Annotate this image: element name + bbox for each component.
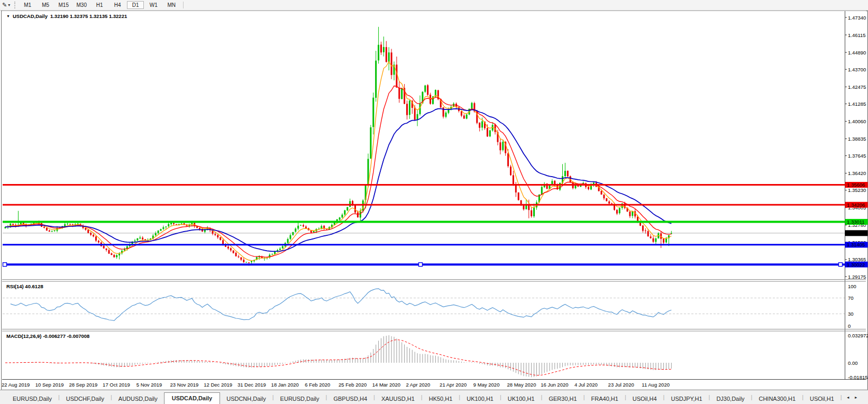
candle-body [303, 225, 304, 226]
collapse-triangle-icon[interactable]: ▼ [6, 14, 10, 18]
macd-indicator-label: MACD(12,26,9) -0.006277 -0.007008 [6, 333, 89, 339]
candle-body [160, 229, 162, 231]
rsi-tick-label: 70 [848, 295, 854, 301]
symbol-name: USDCAD,Daily [13, 13, 48, 19]
tab-usoil-h4[interactable]: USOil,H4 [626, 393, 663, 404]
date-label: 10 Sep 2019 [35, 382, 64, 388]
candle-body [165, 226, 167, 227]
candle-body [222, 240, 224, 244]
rsi-indicator-label: RSI(14) 40.6128 [6, 283, 43, 289]
candle-body [51, 231, 53, 232]
candle-body [406, 104, 408, 115]
line-handle[interactable] [3, 263, 7, 267]
line-handle[interactable] [419, 263, 423, 267]
line-handle[interactable] [839, 263, 843, 267]
tab-dj30-daily[interactable]: DJ30,Daily [710, 393, 751, 404]
scroll-left-icon[interactable]: ◄ [846, 396, 850, 399]
candle-body [93, 235, 94, 236]
candle-body [608, 201, 610, 204]
candle-body [663, 238, 664, 243]
scroll-right-icon[interactable]: ► [854, 396, 858, 399]
date-label: 5 Nov 2019 [136, 382, 162, 388]
candle-body [424, 86, 426, 92]
candle-body [479, 123, 480, 128]
candle-body [108, 250, 110, 254]
candle-body [199, 228, 200, 229]
tab-hk50-h1[interactable]: HK50,H1 [423, 393, 459, 404]
tab-usdcad-daily[interactable]: USDCAD,Daily [164, 392, 220, 404]
tab-fra40-h1[interactable]: FRA40,H1 [585, 393, 625, 404]
candle-body [139, 237, 141, 238]
candle-body [346, 207, 348, 210]
tab-eurusd-daily[interactable]: EURUSD,Daily [274, 393, 326, 404]
candle-body [313, 231, 315, 232]
date-label: 17 Oct 2019 [103, 382, 130, 388]
macd-tick-label: -0.018154 [848, 374, 868, 380]
date-label: 22 Aug 2019 [2, 382, 30, 388]
candle-body [248, 262, 250, 263]
candle-body [173, 223, 175, 224]
candle-body [274, 252, 276, 254]
candle-body [665, 238, 667, 243]
candle-body [380, 44, 382, 52]
candle-body [611, 204, 613, 204]
candle-body [271, 254, 273, 254]
chart-title[interactable]: ▼ USDCAD,Daily 1.32190 1.32375 1.32135 1… [6, 13, 127, 19]
candle-body [292, 232, 294, 235]
tab-uk100-h1[interactable]: UK100,H1 [501, 393, 541, 404]
candle-body [227, 247, 229, 249]
candle-body [647, 231, 649, 236]
candle-body [251, 261, 252, 262]
price-tick-label: 1.46115 [848, 32, 866, 38]
candle-body [419, 104, 421, 114]
candle-body [655, 238, 656, 242]
tab-usdchf-daily[interactable]: USDCHF,Daily [60, 393, 111, 404]
price-tick-label: 1.29175 [848, 274, 866, 280]
candle-body [650, 236, 652, 238]
candle-body [162, 227, 164, 229]
tab-usoil-h1[interactable]: USOil,H1 [803, 393, 840, 404]
tab-usdcnh-daily[interactable]: USDCNH,Daily [220, 393, 272, 404]
candle-body [282, 246, 284, 249]
candle-body [310, 231, 312, 233]
candle-body [230, 248, 232, 250]
candle-body [235, 253, 237, 256]
candle-body [502, 142, 504, 150]
candle-body [49, 231, 50, 232]
candle-body [370, 127, 371, 159]
date-label: 2 Apr 2020 [406, 382, 430, 388]
tab-usdjpy-h1[interactable]: USDJPY,H1 [664, 393, 708, 404]
candle-body [639, 223, 641, 226]
candle-body [158, 231, 159, 233]
candle-body [409, 100, 410, 115]
candle-body [398, 88, 400, 99]
candle-body [357, 212, 359, 217]
candle-body [233, 251, 234, 253]
candle-body [414, 107, 416, 120]
price-box-label: 1.33011 [847, 219, 865, 225]
tab-audusd-daily[interactable]: AUDUSD,Daily [112, 393, 164, 404]
tab-xauusd-h1[interactable]: XAUUSD,H1 [375, 393, 421, 404]
candle-body [489, 131, 491, 136]
chart-canvas[interactable]: 1.473401.461151.448901.437001.424751.412… [0, 0, 868, 404]
candle-body [481, 121, 483, 127]
candle-body [113, 255, 115, 257]
tab-gbpusd-h4[interactable]: GBPUSD,H4 [327, 393, 373, 404]
candle-body [417, 114, 418, 120]
candle-body [220, 237, 221, 240]
date-label: 23 Jul 2020 [608, 382, 634, 388]
candle-body [391, 52, 392, 75]
candle-body [466, 115, 468, 119]
candle-body [372, 98, 374, 127]
date-label: 6 Feb 2020 [305, 382, 330, 388]
tab-eurusd-daily[interactable]: EURUSD,Daily [6, 393, 58, 404]
candle-body [196, 226, 198, 228]
tab-china300-h1[interactable]: CHINA300,H1 [752, 393, 802, 404]
candle-body [142, 237, 143, 239]
candle-body [116, 255, 117, 257]
symbol-tab-bar: EURUSD,Daily|USDCHF,Daily|AUDUSD,DailyUS… [0, 390, 868, 404]
candle-body [645, 231, 646, 231]
tab-uk100-h1[interactable]: UK100,H1 [460, 393, 500, 404]
tab-ger30-h1[interactable]: GER30,H1 [542, 393, 583, 404]
candle-body [344, 210, 345, 215]
